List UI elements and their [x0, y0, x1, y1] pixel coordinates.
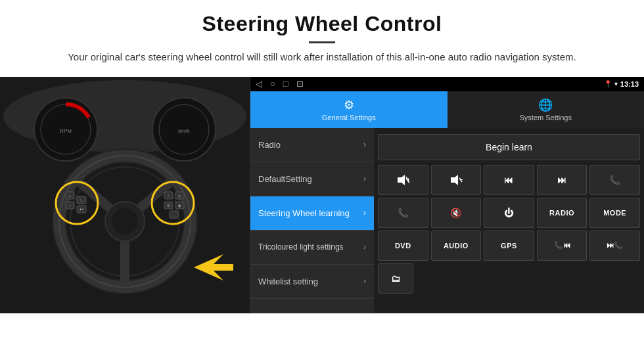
svg-text:📞: 📞: [80, 198, 84, 203]
controls-row-3: DVD AUDIO GPS 📞⏮ ⏭📞: [378, 231, 640, 261]
svg-text:⊙: ⊙: [167, 204, 170, 208]
main-content: RPM km/h + − 📞: [0, 77, 644, 313]
svg-text:RPM: RPM: [60, 128, 72, 134]
mode-button[interactable]: MODE: [589, 198, 640, 228]
svg-rect-35: [170, 211, 178, 218]
tab-general-label: General Settings: [322, 114, 376, 122]
gps-button[interactable]: GPS: [484, 231, 534, 261]
menu-item-default[interactable]: DefaultSetting ›: [250, 162, 374, 196]
svg-marker-41: [451, 175, 458, 185]
begin-learn-row: Begin learn: [378, 132, 640, 162]
android-ui: ◁ ○ □ ⊡ 📍 ▾ 13:13 ⚙ General Settings 🌐 S…: [250, 77, 644, 313]
svg-text:−: −: [68, 204, 71, 208]
mute-button[interactable]: 🔇: [431, 198, 482, 228]
back-icon[interactable]: ◁: [256, 79, 262, 89]
svg-point-16: [112, 208, 138, 235]
phone-hangup-button[interactable]: 📞: [378, 198, 428, 228]
menu-list: Radio › DefaultSetting › Steering Wheel …: [250, 128, 374, 313]
page-title: Steering Wheel Control: [26, 12, 618, 36]
status-bar-nav: ◁ ○ □ ⊡: [256, 79, 304, 89]
status-bar-info: 📍 ▾ 13:13: [604, 80, 639, 88]
power-button[interactable]: ⏻: [484, 198, 534, 228]
svg-text:+: +: [407, 177, 409, 183]
radio-button[interactable]: RADIO: [537, 198, 587, 228]
svg-text:km/h: km/h: [178, 128, 189, 134]
menu-item-tricoloured[interactable]: Tricoloured light settings ›: [250, 231, 374, 265]
status-time: 13:13: [620, 80, 639, 88]
prev-track-button[interactable]: ⏮: [484, 165, 534, 195]
svg-text:◈: ◈: [178, 204, 181, 208]
steering-wheel-image: RPM km/h + − 📞: [0, 77, 250, 313]
chevron-icon: ›: [363, 174, 366, 183]
svg-text:+: +: [68, 194, 71, 198]
vol-down-button[interactable]: −: [431, 165, 482, 195]
next-track-button[interactable]: ⏭: [537, 165, 587, 195]
tab-general[interactable]: ⚙ General Settings: [250, 91, 448, 128]
system-settings-icon: 🌐: [538, 98, 553, 112]
controls-row-2: 📞 🔇 ⏻ RADIO MODE: [378, 198, 640, 228]
location-icon: 📍: [604, 80, 612, 87]
controls-row-1: + − ⏮ ⏭ 📞: [378, 165, 640, 195]
home-icon[interactable]: ○: [270, 79, 275, 89]
audio-button[interactable]: AUDIO: [431, 231, 482, 261]
menu-item-whitelist[interactable]: Whitelist setting ›: [250, 265, 374, 299]
controls-area: Begin learn + − ⏮ ⏭ 📞 📞: [374, 128, 644, 313]
chevron-icon: ›: [363, 208, 366, 217]
recents-icon[interactable]: □: [283, 79, 288, 89]
begin-learn-button[interactable]: Begin learn: [378, 134, 640, 160]
svg-text:↑: ↑: [168, 194, 170, 198]
svg-text:↩: ↩: [80, 207, 83, 212]
chevron-icon: ›: [363, 242, 366, 252]
phone-prev-button[interactable]: 📞⏮: [537, 231, 587, 261]
chevron-icon: ›: [363, 277, 366, 286]
svg-marker-37: [398, 175, 405, 185]
dvd-button[interactable]: DVD: [378, 231, 428, 261]
status-bar: ◁ ○ □ ⊡ 📍 ▾ 13:13: [250, 77, 644, 91]
wifi-icon: ▾: [614, 80, 618, 87]
general-settings-icon: ⚙: [344, 98, 354, 112]
svg-text:◇: ◇: [178, 194, 181, 198]
page-header: Steering Wheel Control Your original car…: [0, 0, 644, 72]
menu-icon[interactable]: ⊡: [296, 79, 304, 89]
svg-text:−: −: [460, 177, 463, 183]
menu-item-steering[interactable]: Steering Wheel learning ›: [250, 196, 374, 231]
phone-answer-button[interactable]: 📞: [589, 165, 640, 195]
tab-system[interactable]: 🌐 System Settings: [448, 91, 645, 128]
menu-item-radio[interactable]: Radio ›: [250, 128, 374, 162]
tab-system-label: System Settings: [520, 114, 572, 122]
tab-bar: ⚙ General Settings 🌐 System Settings: [250, 91, 644, 128]
chevron-icon: ›: [363, 140, 366, 149]
title-divider: [309, 41, 335, 43]
page-subtitle: Your original car's steering wheel contr…: [66, 50, 578, 65]
vol-up-button[interactable]: +: [378, 165, 428, 195]
file-button[interactable]: 🗂: [378, 263, 413, 294]
controls-row-4: 🗂: [378, 263, 640, 294]
next-phone-button[interactable]: ⏭📞: [589, 231, 640, 261]
content-area: Radio › DefaultSetting › Steering Wheel …: [250, 128, 644, 313]
